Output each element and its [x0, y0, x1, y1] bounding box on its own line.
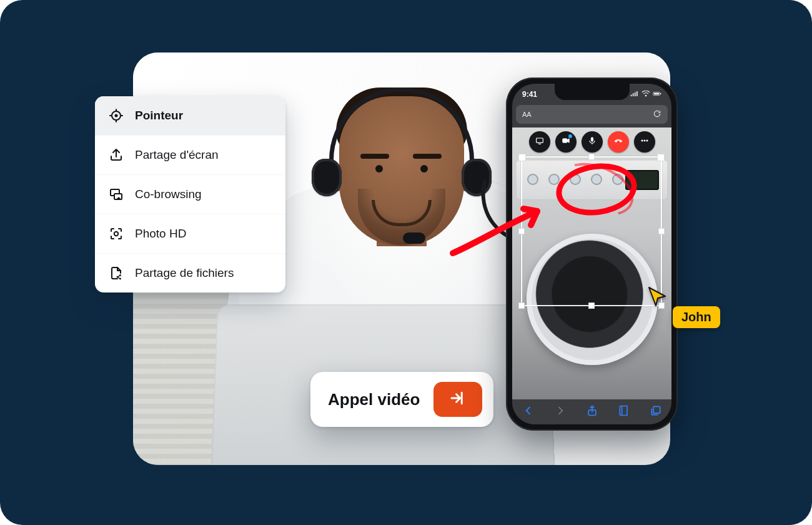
page-background: Pointeur Partage d'écran Co-browsing Pho…	[0, 0, 812, 525]
menu-item-pointer[interactable]: Pointeur	[95, 96, 285, 135]
upload-icon	[109, 148, 124, 162]
camera-focus-icon	[109, 226, 124, 241]
battery-icon	[653, 90, 661, 99]
refresh-icon[interactable]	[653, 109, 661, 119]
forward-icon[interactable]	[554, 404, 567, 419]
menu-item-cobrowsing[interactable]: Co-browsing	[95, 174, 285, 214]
toolbar-video-button[interactable]	[555, 131, 577, 152]
safari-toolbar	[512, 399, 671, 424]
remote-cursor-label: John	[673, 306, 720, 328]
back-icon[interactable]	[522, 404, 535, 419]
headset-earpad-icon	[312, 159, 342, 196]
wifi-icon	[641, 90, 650, 99]
video-call-cta: Appel vidéo	[310, 372, 493, 427]
camera-viewport	[512, 128, 671, 399]
toolbar-hangup-button[interactable]	[608, 131, 629, 152]
bookmarks-icon[interactable]	[618, 404, 630, 419]
phone-notch	[555, 84, 630, 100]
status-time: 9:41	[522, 90, 537, 99]
svg-rect-10	[660, 93, 661, 94]
svg-point-14	[641, 140, 642, 141]
svg-rect-18	[653, 406, 660, 413]
tools-menu: Pointeur Partage d'écran Co-browsing Pho…	[95, 96, 285, 292]
toolbar-screen-button[interactable]	[529, 131, 550, 152]
share-icon[interactable]	[586, 404, 598, 419]
file-share-icon	[109, 266, 124, 281]
call-toolbar	[529, 131, 655, 152]
menu-item-label: Partage d'écran	[135, 148, 219, 162]
video-icon	[561, 136, 571, 148]
menu-item-label: Partage de fichiers	[135, 266, 234, 280]
menu-item-label: Co-browsing	[135, 188, 202, 201]
svg-rect-13	[591, 138, 593, 142]
screen-icon	[535, 136, 545, 148]
svg-point-16	[646, 140, 647, 141]
svg-rect-9	[654, 93, 659, 95]
more-icon	[640, 136, 650, 148]
microphone-icon	[587, 136, 597, 148]
menu-item-fileshare[interactable]: Partage de fichiers	[95, 253, 285, 292]
browser-address-bar[interactable]: AA	[516, 105, 668, 124]
text-size-control[interactable]: AA	[522, 111, 532, 118]
svg-point-15	[643, 140, 645, 141]
menu-item-screenshare[interactable]: Partage d'écran	[95, 135, 285, 174]
cobrowse-icon	[109, 187, 124, 202]
menu-item-label: Pointeur	[135, 109, 183, 122]
video-call-button[interactable]	[433, 382, 482, 417]
toolbar-more-button[interactable]	[634, 131, 655, 152]
phone-mockup: 9:41 AA	[506, 78, 678, 431]
hangup-icon	[613, 136, 623, 148]
svg-point-1	[116, 115, 117, 117]
tabs-icon[interactable]	[650, 404, 662, 419]
toolbar-mic-button[interactable]	[582, 131, 603, 152]
remote-cursor-icon	[646, 285, 669, 310]
svg-point-4	[114, 232, 118, 236]
menu-item-photo-hd[interactable]: Photo HD	[95, 214, 285, 253]
svg-rect-11	[536, 138, 543, 142]
signal-icon	[630, 90, 639, 99]
enter-arrow-icon	[448, 389, 467, 410]
menu-item-label: Photo HD	[135, 227, 186, 241]
cta-label: Appel vidéo	[328, 390, 420, 409]
crosshair-icon	[109, 108, 124, 123]
svg-rect-12	[562, 139, 567, 143]
